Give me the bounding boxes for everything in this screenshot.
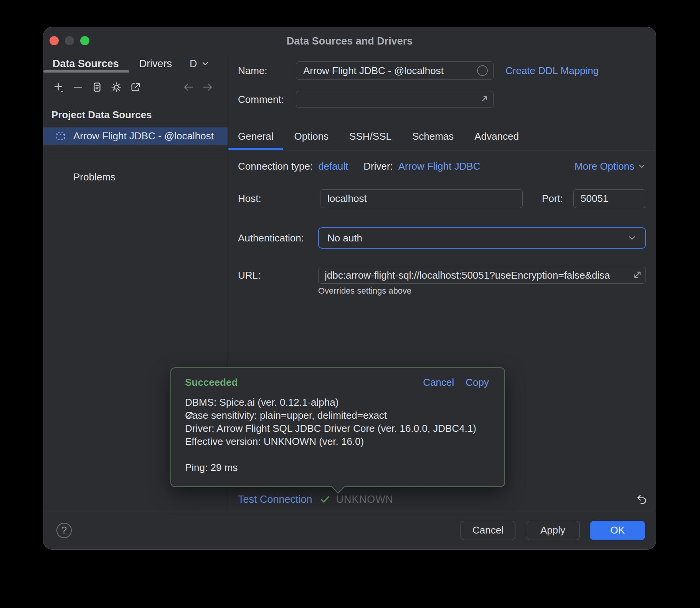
driver-value-link[interactable]: Arrow Flight JDBC <box>398 160 480 172</box>
cancel-button[interactable]: Cancel <box>461 521 515 540</box>
window-title: Data Sources and Drivers <box>43 27 656 55</box>
expand-icon[interactable] <box>632 269 643 280</box>
spinner-icon <box>477 65 488 76</box>
back-button[interactable] <box>182 80 195 94</box>
driver-label: Driver: <box>363 160 393 172</box>
name-row: Name: Create DDL Mapping <box>238 61 646 80</box>
popup-line-effective-version: Effective version: UNKNOWN (ver. 16.0) <box>185 435 489 448</box>
sidebar-item-problems[interactable]: Problems <box>43 169 228 185</box>
port-input[interactable] <box>573 189 646 208</box>
forward-button[interactable] <box>201 80 215 94</box>
test-connection-row: Test Connection UNKNOWN <box>238 491 649 508</box>
tab-drivers-label: Drivers <box>139 58 172 70</box>
remove-button[interactable] <box>71 80 85 94</box>
add-icon <box>53 81 64 93</box>
tab-drivers[interactable]: Drivers <box>129 55 182 73</box>
host-input[interactable] <box>320 189 523 208</box>
popup-details: DBMS: Spice.ai (ver. 0.12.1-alpha) Case … <box>185 396 489 474</box>
tab-ssh-ssl[interactable]: SSH/SSL <box>340 122 401 150</box>
tab-general[interactable]: General <box>228 122 283 150</box>
authentication-row: Authentication: No auth <box>238 227 646 249</box>
test-connection-result-popup: Succeeded Cancel Copy DBMS: Spice.ai (ve… <box>170 367 505 487</box>
create-ddl-mapping-link[interactable]: Create DDL Mapping <box>505 61 599 80</box>
add-button[interactable] <box>52 80 66 94</box>
settings-button[interactable] <box>109 80 123 94</box>
tab-options-label: Options <box>294 131 329 142</box>
tab-advanced[interactable]: Advanced <box>465 122 528 150</box>
url-label: URL: <box>238 267 261 284</box>
host-label: Host: <box>238 189 261 208</box>
back-arrow-icon <box>182 81 195 93</box>
revert-icon <box>635 493 648 506</box>
authentication-value: No auth <box>327 232 362 244</box>
tab-ddl-mappings-truncated[interactable]: D <box>182 55 212 73</box>
name-input[interactable] <box>296 61 494 80</box>
tab-ssh-ssl-label: SSH/SSL <box>349 131 391 142</box>
remove-icon <box>72 81 84 93</box>
sidebar-divider <box>49 157 228 157</box>
titlebar: Data Sources and Drivers <box>43 27 656 55</box>
settings-tabs: General Options SSH/SSL Schemas Advanced <box>228 122 656 150</box>
tab-truncated-label: D <box>190 58 197 70</box>
chevron-down-icon <box>637 162 646 170</box>
connection-type-label: Connection type: <box>238 160 313 172</box>
help-button[interactable]: ? <box>56 523 72 538</box>
url-input[interactable] <box>318 267 646 284</box>
comment-input[interactable] <box>296 91 494 108</box>
apply-button[interactable]: Apply <box>526 521 580 540</box>
popup-header: Succeeded Cancel Copy <box>185 377 489 388</box>
gear-icon <box>111 81 122 93</box>
duplicate-icon <box>91 81 103 93</box>
tab-general-label: General <box>238 131 274 142</box>
host-row: Host: Port: <box>238 189 646 208</box>
open-in-new-window-button[interactable] <box>129 80 142 94</box>
more-options-label: More Options <box>575 160 634 172</box>
tab-schemas[interactable]: Schemas <box>403 122 463 150</box>
chevron-down-icon <box>627 233 637 243</box>
popup-cancel-link[interactable]: Cancel <box>423 377 454 388</box>
popup-line-ping: Ping: 29 ms <box>185 461 489 474</box>
tab-schemas-label: Schemas <box>412 131 454 142</box>
data-sources-dialog: Data Sources and Drivers Data Sources Dr… <box>43 27 656 550</box>
popup-status: Succeeded <box>185 377 238 388</box>
connection-type-value-link[interactable]: default <box>318 160 348 172</box>
dialog-footer: ? Cancel Apply OK <box>43 511 656 549</box>
sidebar-tabs: Data Sources Drivers D <box>43 55 228 73</box>
duplicate-button[interactable] <box>90 80 104 94</box>
tab-advanced-label: Advanced <box>474 131 519 142</box>
comment-row: Comment: <box>238 91 646 108</box>
check-icon <box>319 494 331 505</box>
popup-dbms-text: DBMS: Spice.ai (ver. 0.12.1-alpha) <box>185 397 338 408</box>
port-label: Port: <box>542 189 563 208</box>
tabs-divider <box>228 150 656 150</box>
open-in-new-window-icon <box>130 81 141 93</box>
ok-button[interactable]: OK <box>590 521 645 540</box>
authentication-label: Authentication: <box>238 227 304 249</box>
expand-icon[interactable] <box>479 94 490 104</box>
popup-line-case-sensitivity: Case sensitivity: plain=upper, delimited… <box>185 409 489 422</box>
comment-label: Comment: <box>238 91 284 108</box>
data-source-name: Arrow Flight JDBC - @localhost <box>73 130 214 142</box>
more-options-link[interactable]: More Options <box>575 160 646 172</box>
tab-data-sources[interactable]: Data Sources <box>43 55 129 73</box>
sidebar-toolbar <box>52 74 220 100</box>
authentication-select[interactable]: No auth <box>318 227 646 249</box>
url-hint: Overrides settings above <box>318 286 411 296</box>
test-status-badge: UNKNOWN <box>336 494 394 506</box>
test-connection-link[interactable]: Test Connection <box>238 494 312 506</box>
database-icon <box>55 131 66 142</box>
forward-arrow-icon <box>201 81 214 93</box>
url-row: URL: Overrides settings above <box>238 267 646 284</box>
data-source-list-item-selected[interactable]: Arrow Flight JDBC - @localhost <box>43 127 228 145</box>
tab-options[interactable]: Options <box>285 122 338 150</box>
popup-line-driver: Driver: Arrow Flight SQL JDBC Driver Cor… <box>185 422 489 435</box>
chevron-down-icon[interactable] <box>201 59 210 68</box>
name-label: Name: <box>238 61 267 80</box>
popup-copy-link[interactable]: Copy <box>466 377 489 388</box>
revert-button[interactable] <box>634 492 649 507</box>
popup-line-dbms: DBMS: Spice.ai (ver. 0.12.1-alpha) <box>185 396 489 409</box>
connection-type-row: Connection type: default Driver: Arrow F… <box>238 158 646 175</box>
problems-label: Problems <box>73 169 116 185</box>
tab-data-sources-label: Data Sources <box>53 58 119 70</box>
project-data-sources-header: Project Data Sources <box>51 106 152 123</box>
